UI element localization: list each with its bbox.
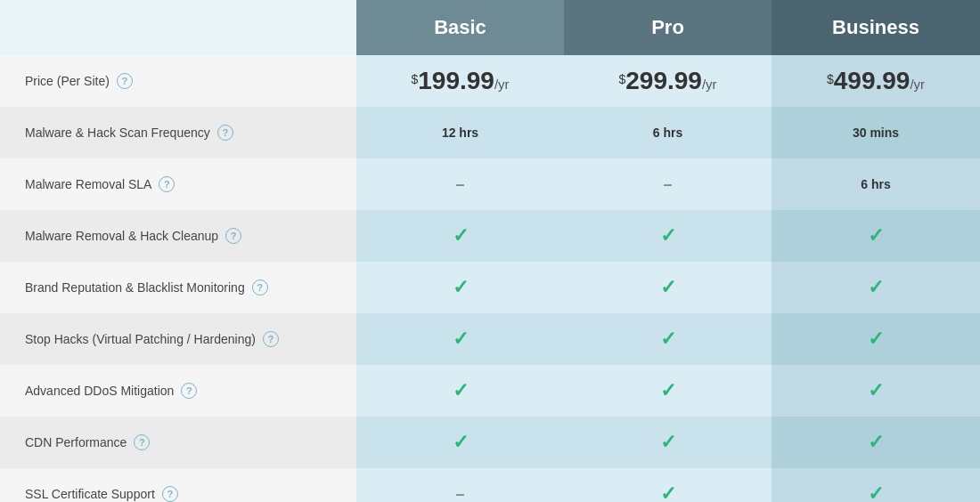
basic-value: 12 hrs (356, 107, 564, 158)
check-mark: ✓ (660, 431, 676, 453)
check-mark: ✓ (660, 482, 676, 502)
feature-label: Malware Removal & Hack Cleanup (25, 229, 218, 243)
business-value: ✓ (772, 313, 980, 365)
dash-mark: – (455, 175, 464, 193)
feature-label: SSL Certificate Support (25, 487, 155, 501)
business-value: 30 mins (772, 107, 980, 158)
feature-header (0, 0, 356, 55)
feature-label: Malware & Hack Scan Frequency (25, 126, 210, 140)
business-value: ✓ (772, 365, 980, 417)
pro-value: 6 hrs (564, 107, 772, 158)
feature-cell: Malware Removal & Hack Cleanup ? (0, 210, 356, 262)
business-value: ✓ (772, 417, 980, 468)
basic-value: ✓ (356, 262, 564, 313)
check-mark: ✓ (868, 379, 884, 401)
feature-label: Stop Hacks (Virtual Patching / Hardening… (25, 332, 256, 346)
basic-value: – (356, 158, 564, 210)
check-mark: ✓ (453, 224, 469, 247)
info-icon[interactable]: ? (225, 228, 241, 244)
value-text: 6 hrs (653, 126, 682, 140)
check-mark: ✓ (868, 328, 884, 350)
info-icon[interactable]: ? (181, 383, 197, 399)
feature-label: Price (Per Site) (25, 74, 110, 88)
check-mark: ✓ (868, 431, 884, 453)
feature-cell: Advanced DDoS Mitigation ? (0, 365, 356, 417)
dash-mark: – (455, 485, 464, 503)
feature-cell: Price (Per Site) ? (0, 55, 356, 107)
dash-mark: – (663, 175, 672, 193)
pro-value: ✓ (564, 313, 772, 365)
price-display: $499.99/yr (827, 77, 925, 92)
value-text: 30 mins (853, 126, 899, 140)
pro-value: – (564, 158, 772, 210)
feature-label: Advanced DDoS Mitigation (25, 384, 174, 398)
feature-cell: Malware Removal SLA ? (0, 158, 356, 210)
pricing-table: Basic Pro Business Price (Per Site) ? $1… (0, 0, 980, 502)
pro-value: ✓ (564, 262, 772, 313)
info-icon[interactable]: ? (134, 434, 150, 450)
check-mark: ✓ (660, 328, 676, 350)
info-icon[interactable]: ? (252, 279, 268, 296)
feature-cell: CDN Performance ? (0, 417, 356, 468)
basic-value: ✓ (356, 313, 564, 365)
basic-value: $199.99/yr (356, 55, 564, 107)
feature-cell: Stop Hacks (Virtual Patching / Hardening… (0, 313, 356, 365)
pro-value: ✓ (564, 365, 772, 417)
info-icon[interactable]: ? (217, 125, 233, 141)
info-icon[interactable]: ? (117, 73, 133, 89)
check-mark: ✓ (453, 276, 469, 298)
pro-value: ✓ (564, 468, 772, 502)
check-mark: ✓ (453, 379, 469, 401)
business-header: Business (772, 0, 980, 55)
basic-header: Basic (356, 0, 564, 55)
business-value: ✓ (772, 468, 980, 502)
pro-value: $299.99/yr (564, 55, 772, 107)
feature-label: CDN Performance (25, 435, 127, 449)
info-icon[interactable]: ? (263, 331, 279, 347)
pro-header: Pro (564, 0, 772, 55)
pro-value: ✓ (564, 210, 772, 262)
info-icon[interactable]: ? (162, 486, 178, 502)
business-value: ✓ (772, 262, 980, 313)
price-display: $199.99/yr (411, 77, 509, 92)
check-mark: ✓ (453, 328, 469, 350)
basic-value: ✓ (356, 365, 564, 417)
info-icon[interactable]: ? (159, 176, 175, 192)
check-mark: ✓ (868, 482, 884, 502)
business-value: $499.99/yr (772, 55, 980, 107)
basic-value: – (356, 468, 564, 502)
business-value: ✓ (772, 210, 980, 262)
check-mark: ✓ (453, 431, 469, 453)
basic-value: ✓ (356, 417, 564, 468)
check-mark: ✓ (660, 224, 676, 247)
check-mark: ✓ (660, 276, 676, 298)
feature-cell: Malware & Hack Scan Frequency ? (0, 107, 356, 158)
feature-cell: SSL Certificate Support ? (0, 468, 356, 502)
feature-cell: Brand Reputation & Blacklist Monitoring … (0, 262, 356, 313)
business-value: 6 hrs (772, 158, 980, 210)
price-display: $299.99/yr (618, 77, 716, 92)
check-mark: ✓ (660, 379, 676, 401)
pro-value: ✓ (564, 417, 772, 468)
basic-value: ✓ (356, 210, 564, 262)
value-text: 6 hrs (861, 177, 890, 191)
feature-label: Brand Reputation & Blacklist Monitoring (25, 280, 245, 295)
value-text: 12 hrs (442, 126, 478, 140)
feature-label: Malware Removal SLA (25, 177, 151, 191)
check-mark: ✓ (868, 276, 884, 298)
check-mark: ✓ (868, 224, 884, 247)
